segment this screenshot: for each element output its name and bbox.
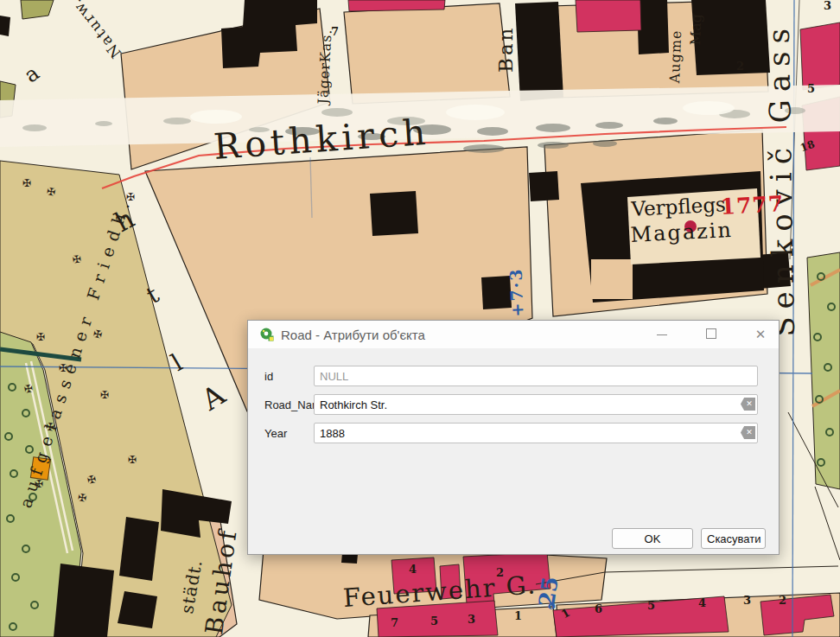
dialog-title: Road - Атрибути об'єкта bbox=[281, 328, 425, 342]
id-field[interactable] bbox=[314, 366, 758, 386]
ok-button[interactable]: OK bbox=[612, 528, 693, 549]
close-icon[interactable]: ✕ bbox=[746, 322, 775, 347]
road-name-field[interactable] bbox=[314, 394, 758, 415]
qgis-logo-icon bbox=[259, 327, 275, 342]
screenshot-stage: Rothkirch Senkovič Gass Feuerwehr G. Bau… bbox=[0, 0, 840, 637]
road-point-marker bbox=[684, 220, 697, 233]
cancel-button[interactable]: Скасувати bbox=[701, 528, 766, 549]
feature-attributes-dialog: Road - Атрибути об'єкта ✕ id Road_Name ✕… bbox=[247, 320, 780, 555]
minimize-icon[interactable] bbox=[647, 322, 677, 347]
dialog-titlebar[interactable]: Road - Атрибути об'єкта ✕ bbox=[248, 321, 779, 348]
year-field[interactable] bbox=[314, 423, 758, 443]
field-label-year: Year bbox=[264, 427, 287, 440]
field-label-id: id bbox=[264, 370, 273, 383]
maximize-icon[interactable] bbox=[697, 322, 727, 347]
orange-building bbox=[30, 457, 50, 481]
